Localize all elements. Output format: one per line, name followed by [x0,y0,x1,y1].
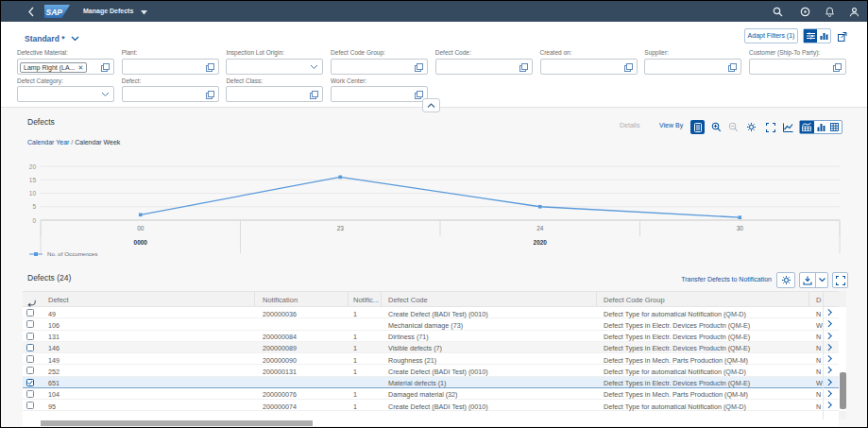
table-row[interactable]: 1042000000761Damaged material (32)Defect… [23,388,839,400]
row-checkbox[interactable] [26,320,34,328]
svg-text:SAP: SAP [46,8,63,17]
row-checkbox[interactable] [26,344,34,351]
horizontal-scrollbar[interactable] [23,419,839,426]
filter-label: Defect Category: [17,77,63,84]
export-menu-chevron-icon [819,278,825,282]
filter-label: Customer (Ship-To Party): [749,49,820,56]
line-chart: 051015200023243000002020 [1,106,867,266]
column-header[interactable]: Defect Code Group [604,296,665,304]
table-row[interactable]: 2522000001311Create Defect (BADI Test) (… [23,365,839,376]
filter-field[interactable] [749,59,846,75]
token-remove-icon[interactable]: ✕ [77,64,83,71]
filter-field[interactable] [644,59,741,75]
row-checkbox[interactable] [26,355,34,363]
filter-field[interactable] [226,86,323,102]
row-checkbox[interactable] [26,390,34,398]
table-row[interactable]: 651Material defects (1)Defect Types in E… [23,377,839,388]
filter-token[interactable]: Lamp Right (LA...✕ [20,62,87,73]
row-checkbox[interactable] [26,402,34,409]
filter-field[interactable] [122,59,219,75]
adapt-filters-button[interactable]: Adapt Filters (1) [744,28,798,43]
value-help-icon[interactable] [415,91,423,99]
column-header[interactable]: Notification [263,296,298,304]
transfer-defects-link[interactable]: Transfer Defects to Notification [681,276,772,282]
filter-label: Work Center: [331,77,366,84]
row-navigate-chevron-icon[interactable] [826,310,831,315]
table-row[interactable]: 1492000000901Roughness (21)Defect Types … [23,353,839,365]
filter-field[interactable] [122,86,219,102]
svg-text:0: 0 [32,217,36,224]
row-checkbox[interactable] [26,309,34,317]
select-chevron-icon[interactable] [310,64,318,70]
table-row[interactable]: 492000000361Create Defect (BADI Test) (0… [23,307,839,318]
select-chevron-icon[interactable] [101,92,110,97]
filter-field[interactable] [435,59,533,75]
table-settings-button[interactable] [776,272,795,288]
notifications-bell-icon[interactable] [825,7,835,17]
row-checkbox[interactable] [26,333,34,340]
export-icon [803,276,812,285]
table-fullscreen-button[interactable] [832,272,848,288]
value-help-icon[interactable] [624,63,633,72]
filter-field[interactable]: Lamp Right (LA...✕ [17,59,114,75]
column-header[interactable]: Defect Code [388,296,428,304]
table-row[interactable]: 1312000000841Dirtiness (71)Defect Types … [23,331,839,342]
value-help-icon[interactable] [206,91,214,99]
app-title-caret-icon [141,10,147,15]
filter-label: Defect: [122,77,142,84]
value-help-icon[interactable] [310,91,318,99]
sap-logo: SAP [44,5,70,18]
app-title[interactable]: Manage Defects [83,8,133,14]
value-help-icon[interactable] [833,63,842,72]
value-help-icon[interactable] [206,63,214,72]
row-navigate-chevron-icon[interactable] [826,368,831,372]
svg-text:0000: 0000 [134,239,148,246]
row-checkbox[interactable] [26,379,34,386]
row-navigate-chevron-icon[interactable] [826,334,831,338]
shell-header: SAP Manage Defects [1,1,867,22]
row-navigate-chevron-icon[interactable] [826,402,831,407]
table-export-split-button[interactable] [799,272,828,288]
vertical-scrollbar[interactable] [839,291,846,419]
table-row[interactable]: 106Mechanical damage (73)Defect Types in… [23,318,839,330]
filter-label: Inspection Lot Origin: [226,49,283,56]
svg-text:10: 10 [29,190,37,197]
svg-text:00: 00 [137,225,145,231]
filter-field[interactable] [331,59,428,75]
table-row[interactable]: 952000000741Create Defect (BADI Test) (0… [23,400,839,411]
value-help-icon[interactable] [415,63,423,72]
back-button[interactable] [28,7,34,17]
chart-legend: No. of Occurrences [29,250,97,257]
variant-selector[interactable]: Standard * [25,34,65,43]
user-avatar-icon[interactable] [849,7,859,17]
row-navigate-chevron-icon[interactable] [826,356,831,361]
table-row[interactable]: 1462000000891Visible defects (7)Defect T… [23,342,839,353]
filter-field[interactable] [17,86,114,102]
share-icon[interactable] [838,32,847,42]
value-help-icon[interactable] [519,63,528,72]
row-navigate-chevron-icon[interactable] [826,391,831,396]
svg-text:5: 5 [32,203,36,210]
filter-label: Defect Code Group: [331,49,385,56]
row-navigate-chevron-icon[interactable] [826,380,831,385]
filter-field[interactable] [226,59,323,75]
filter-bar: Standard * Adapt Filters (1) Defective M… [1,22,867,108]
table-header-row: DefectNotificationNotific...Defect CodeD… [23,291,839,307]
column-header[interactable]: Notific... [353,296,379,304]
row-navigate-chevron-icon[interactable] [826,345,831,350]
value-help-icon[interactable] [101,63,110,72]
column-header[interactable]: D [816,296,821,304]
show-filterbar-button[interactable] [804,29,817,43]
variant-chevron-down-icon [71,36,79,42]
row-checkbox[interactable] [26,367,34,374]
filter-label: Plant: [122,49,138,56]
copilot-icon[interactable] [800,7,810,17]
filter-field[interactable] [540,59,638,75]
value-help-icon[interactable] [728,63,737,72]
show-chart-button[interactable] [817,29,830,43]
filter-label: Supplier: [644,49,669,56]
filter-field[interactable] [331,86,428,102]
row-navigate-chevron-icon[interactable] [826,321,831,326]
search-icon[interactable] [773,7,783,17]
column-header[interactable]: Defect [48,296,69,304]
